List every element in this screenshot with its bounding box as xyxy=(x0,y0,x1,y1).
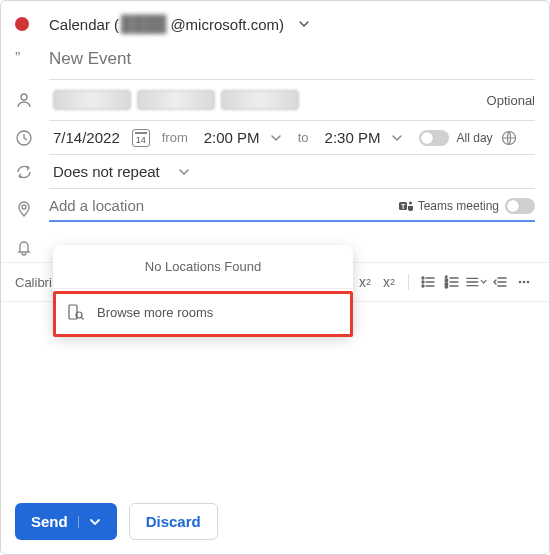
browse-more-rooms-item[interactable]: Browse more rooms xyxy=(53,288,353,335)
location-suggestions-popup: No Locations Found Browse more rooms xyxy=(53,245,353,335)
timezone-icon[interactable] xyxy=(501,130,517,146)
svg-point-8 xyxy=(422,277,424,279)
outdent-button[interactable] xyxy=(489,271,511,293)
location-icon xyxy=(15,200,49,218)
end-time-field[interactable]: 2:30 PM xyxy=(321,127,385,148)
chevron-down-icon xyxy=(298,18,310,30)
bullet-list-button[interactable] xyxy=(417,271,439,293)
calendar-label-prefix: Calendar ( xyxy=(49,16,119,33)
to-label: to xyxy=(298,130,309,145)
send-button[interactable]: Send xyxy=(15,503,117,540)
numbered-list-button[interactable]: 123 xyxy=(441,271,463,293)
calendar-color-dot xyxy=(15,17,29,31)
person-icon xyxy=(15,91,49,109)
start-time-field[interactable]: 2:00 PM xyxy=(200,127,264,148)
date-field[interactable]: 7/14/2022 xyxy=(49,127,124,148)
svg-point-4 xyxy=(22,205,26,209)
send-split-chevron[interactable] xyxy=(78,516,101,528)
all-day-toggle[interactable] xyxy=(419,130,449,146)
bell-icon xyxy=(15,238,49,256)
repeat-selector[interactable]: Does not repeat xyxy=(49,161,535,182)
teams-icon: T xyxy=(398,198,414,214)
popup-empty-message: No Locations Found xyxy=(53,245,353,288)
svg-point-1 xyxy=(21,94,27,100)
repeat-icon xyxy=(15,163,49,181)
from-label: from xyxy=(162,130,188,145)
chevron-down-icon[interactable] xyxy=(270,132,282,144)
svg-text:3: 3 xyxy=(445,283,448,289)
align-button[interactable] xyxy=(465,271,487,293)
attendee-chip[interactable] xyxy=(137,90,215,110)
teams-meeting-label: Teams meeting xyxy=(418,199,499,213)
svg-text:”: ” xyxy=(15,50,20,67)
font-family-selector[interactable]: Calibri xyxy=(15,275,52,290)
event-title-input[interactable] xyxy=(49,45,535,73)
svg-point-15 xyxy=(523,281,526,284)
calendar-email-hidden: ████ xyxy=(121,15,166,33)
calendar-picker-icon[interactable]: 14 xyxy=(132,129,150,147)
chevron-down-icon[interactable] xyxy=(391,132,403,144)
svg-point-14 xyxy=(519,281,522,284)
svg-point-7 xyxy=(409,201,412,204)
room-search-icon xyxy=(67,303,85,321)
browse-more-rooms-label: Browse more rooms xyxy=(97,305,213,320)
subscript-button[interactable]: x2 xyxy=(378,271,400,293)
more-formatting-button[interactable] xyxy=(513,271,535,293)
attendee-chip[interactable] xyxy=(53,90,131,110)
svg-rect-17 xyxy=(69,305,77,319)
all-day-label: All day xyxy=(457,131,493,145)
discard-button[interactable]: Discard xyxy=(129,503,218,540)
superscript-button[interactable]: x2 xyxy=(354,271,376,293)
quote-icon: ” xyxy=(15,50,49,68)
optional-attendees-link[interactable]: Optional xyxy=(487,93,535,108)
chevron-down-icon xyxy=(178,166,190,178)
calendar-label-suffix: @microsoft.com) xyxy=(170,16,284,33)
calendar-selector[interactable]: Calendar ( ████ @microsoft.com) xyxy=(49,15,535,33)
attendees-field[interactable] xyxy=(49,86,303,114)
svg-point-16 xyxy=(527,281,530,284)
svg-text:T: T xyxy=(401,202,406,209)
location-input[interactable] xyxy=(49,195,390,216)
event-editor: Calendar ( ████ @microsoft.com) ” O xyxy=(0,0,550,555)
clock-icon xyxy=(15,129,49,147)
svg-point-9 xyxy=(422,281,424,283)
svg-point-10 xyxy=(422,285,424,287)
attendee-chip[interactable] xyxy=(221,90,299,110)
teams-meeting-toggle[interactable] xyxy=(505,198,535,214)
